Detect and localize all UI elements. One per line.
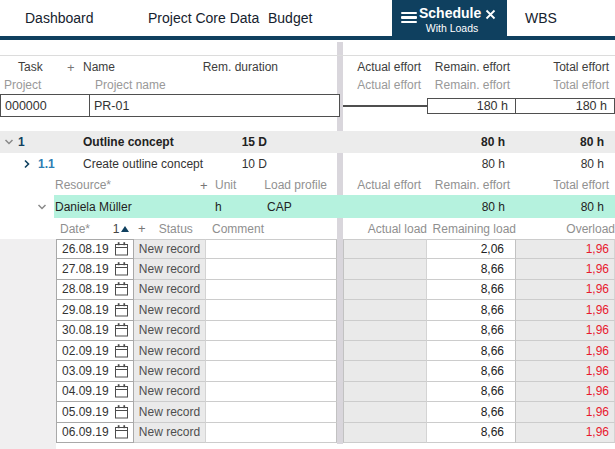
date-field[interactable]: 06.09.19 <box>56 423 134 443</box>
col-resource[interactable]: Resource* <box>55 178 111 192</box>
remaining-load-cell[interactable]: 8,66 <box>427 402 516 422</box>
col-task[interactable]: Task <box>18 60 43 74</box>
remaining-load-cell[interactable]: 2,06 <box>427 239 516 259</box>
comment-cell[interactable] <box>206 341 337 361</box>
project-name-field[interactable]: PR-01 <box>89 94 340 117</box>
task-row-1[interactable]: 1 Outline concept 15 D 80 h 80 h <box>0 131 615 153</box>
overload-cell: 1,96 <box>516 402 615 422</box>
calendar-icon[interactable] <box>115 425 128 439</box>
comment-cell[interactable] <box>206 382 337 402</box>
col-actual-effort[interactable]: Actual effort <box>343 60 427 74</box>
status-cell[interactable]: New record <box>134 259 206 279</box>
col-unit[interactable]: Unit <box>215 178 236 192</box>
col-load-profile[interactable]: Load profile <box>264 178 327 192</box>
resource-row-selected[interactable]: Daniela Müller h CAP 80 h 80 h <box>0 195 615 218</box>
task-total-effort: 80 h <box>516 135 615 149</box>
calendar-icon[interactable] <box>115 344 128 358</box>
status-cell[interactable]: New record <box>134 239 206 259</box>
tab-dashboard[interactable]: Dashboard <box>25 0 94 36</box>
status-cell[interactable]: New record <box>134 341 206 361</box>
collapse-chevron-icon[interactable] <box>4 138 14 146</box>
col-overload[interactable]: Overload <box>516 222 615 236</box>
comment-cell[interactable] <box>206 423 337 443</box>
sort-indicator[interactable]: 1 <box>108 222 134 236</box>
calendar-icon[interactable] <box>115 364 128 378</box>
remaining-load-cell[interactable]: 8,66 <box>427 361 516 381</box>
status-cell[interactable]: New record <box>134 423 206 443</box>
collapse-chevron-icon[interactable] <box>37 203 47 211</box>
comment-cell[interactable] <box>206 280 337 300</box>
project-total-effort-field[interactable]: 180 h <box>515 98 615 114</box>
task-row-1-1[interactable]: 1.1 Create outline concept 10 D 80 h 80 … <box>0 153 615 175</box>
col-total-effort[interactable]: Total effort <box>516 60 615 74</box>
remaining-load-cell[interactable]: 8,66 <box>427 423 516 443</box>
date-field[interactable]: 30.08.19 <box>56 321 134 341</box>
calendar-icon[interactable] <box>115 405 128 419</box>
calendar-icon[interactable] <box>115 282 128 296</box>
overload-cell: 1,96 <box>516 361 615 381</box>
remaining-load-cell[interactable]: 8,66 <box>427 300 516 320</box>
overload-value: 1,96 <box>586 364 609 378</box>
load-header-row: Date* 1 + Status Comment Actual load Rem… <box>0 218 615 239</box>
remaining-load-cell[interactable]: 8,66 <box>427 341 516 361</box>
close-tab-icon[interactable] <box>485 9 496 20</box>
calendar-icon[interactable] <box>115 262 128 276</box>
tab-project-core-data[interactable]: Project Core Data <box>148 0 259 36</box>
status-cell[interactable]: New record <box>134 300 206 320</box>
remaining-load-cell[interactable]: 8,66 <box>427 382 516 402</box>
status-cell[interactable]: New record <box>134 361 206 381</box>
date-field[interactable]: 26.08.19 <box>56 239 134 259</box>
col-comment[interactable]: Comment <box>206 222 337 236</box>
overload-cell: 1,96 <box>516 259 615 279</box>
col-name[interactable]: Name <box>83 60 115 74</box>
comment-cell[interactable] <box>206 259 337 279</box>
comment-cell[interactable] <box>206 402 337 422</box>
remaining-load-value: 8,66 <box>481 282 504 296</box>
expand-chevron-icon[interactable] <box>23 159 31 169</box>
date-field[interactable]: 29.08.19 <box>56 300 134 320</box>
add-resource-icon[interactable]: + <box>200 178 208 193</box>
project-actual-effort-field[interactable] <box>343 105 428 107</box>
calendar-icon[interactable] <box>115 242 128 256</box>
col-remain-effort[interactable]: Remain. effort <box>427 60 516 74</box>
remaining-load-cell[interactable]: 8,66 <box>427 321 516 341</box>
remaining-load-value: 8,66 <box>481 405 504 419</box>
date-field[interactable]: 28.08.19 <box>56 280 134 300</box>
tab-budget[interactable]: Budget <box>268 0 312 36</box>
add-load-row-icon[interactable]: + <box>138 221 146 236</box>
tab-schedule-active[interactable]: Schedule With Loads <box>392 0 507 40</box>
col-actual-effort: Actual effort <box>343 178 427 192</box>
overload-cell: 1,96 <box>516 423 615 443</box>
date-field[interactable]: 02.09.19 <box>56 341 134 361</box>
comment-cell[interactable] <box>206 361 337 381</box>
calendar-icon[interactable] <box>115 323 128 337</box>
add-task-icon[interactable]: + <box>67 59 75 74</box>
date-field[interactable]: 04.09.19 <box>56 382 134 402</box>
status-cell[interactable]: New record <box>134 382 206 402</box>
status-cell[interactable]: New record <box>134 280 206 300</box>
task-total-effort: 80 h <box>516 157 615 171</box>
remaining-load-cell[interactable]: 8,66 <box>427 280 516 300</box>
tab-wbs[interactable]: WBS <box>525 0 557 36</box>
status-cell[interactable]: New record <box>134 321 206 341</box>
project-id-field[interactable]: 000000 <box>0 94 90 117</box>
col-date[interactable]: Date* <box>56 222 108 236</box>
col-status[interactable]: Status <box>146 222 206 236</box>
actual-load-cell <box>343 341 427 361</box>
calendar-icon[interactable] <box>115 384 128 398</box>
date-field[interactable]: 05.09.19 <box>56 402 134 422</box>
resource-remain-effort: 80 h <box>427 200 516 214</box>
comment-cell[interactable] <box>206 239 337 259</box>
calendar-icon[interactable] <box>115 303 128 317</box>
project-remain-effort-field[interactable]: 180 h <box>427 98 516 114</box>
date-value: 27.08.19 <box>62 262 109 276</box>
col-actual-load[interactable]: Actual load <box>343 222 433 236</box>
col-remaining-load[interactable]: Remaining load <box>427 222 522 236</box>
col-rem-duration[interactable]: Rem. duration <box>203 60 278 74</box>
comment-cell[interactable] <box>206 300 337 320</box>
date-field[interactable]: 27.08.19 <box>56 259 134 279</box>
status-cell[interactable]: New record <box>134 402 206 422</box>
comment-cell[interactable] <box>206 321 337 341</box>
remaining-load-cell[interactable]: 8,66 <box>427 259 516 279</box>
date-field[interactable]: 03.09.19 <box>56 361 134 381</box>
